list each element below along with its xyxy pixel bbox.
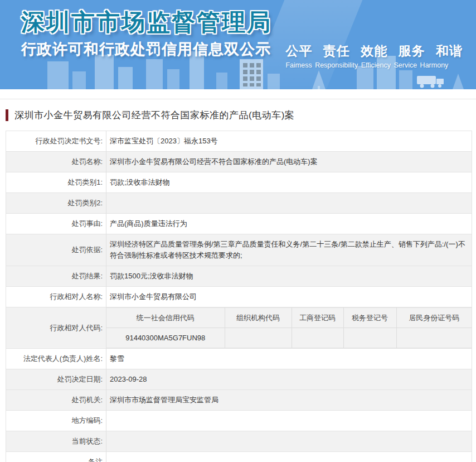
- row-label: 处罚依据:: [6, 234, 106, 266]
- tax-reg-value: [343, 328, 396, 348]
- row-value: 深圳市市场监督管理局宝安监管局: [106, 390, 472, 411]
- business-reg-value: [292, 328, 343, 348]
- credit-code-value: 91440300MA5G7FUN98: [106, 328, 225, 348]
- site-banner: 深圳市市场监督管理局 行政许可和行政处罚信用信息双公示 公平 责任 效能 服务 …: [0, 0, 476, 89]
- row-label: 行政相对人名称:: [6, 287, 106, 307]
- row-label: 处罚结果:: [6, 266, 106, 287]
- row-value: 深圳经济特区产品质量管理条例/第三章产品质量责任和义务/第二十三条/第二款禁止生…: [106, 234, 472, 266]
- row-penalty-authority: 处罚机关: 深圳市市场监督管理局宝安监管局: [6, 390, 472, 411]
- row-decision-number: 行政处罚决定书文号: 深市监宝处罚〔2023〕福永153号: [6, 131, 472, 152]
- row-value: [106, 452, 472, 462]
- row-value: 黎雪: [106, 349, 472, 369]
- col-id-number: 居民身份证号码: [396, 308, 472, 328]
- row-label: 地方编码:: [6, 411, 106, 431]
- row-label: 处罚名称:: [6, 152, 106, 172]
- site-title: 深圳市市场监督管理局: [21, 7, 272, 38]
- row-label: 处罚决定日期:: [6, 369, 106, 390]
- col-business-reg: 工商登记码: [292, 308, 343, 328]
- slogan-english: Faimess Responsibility Efficiency Servic…: [285, 61, 463, 69]
- subtable-header-row: 统一社会信用代码 组织机构代码 工商登记码 税务登记号 居民身份证号码: [106, 308, 472, 328]
- row-label: 处罚类别1:: [6, 172, 106, 193]
- row-penalty-reason: 处罚事由: 产品(商品)质量违法行为: [6, 214, 472, 234]
- row-label: 行政相对人代码:: [6, 307, 106, 349]
- org-code-value: [225, 328, 292, 348]
- row-value: [106, 431, 472, 452]
- party-code-subtable: 统一社会信用代码 组织机构代码 工商登记码 税务登记号 居民身份证号码 9144…: [106, 307, 472, 348]
- row-current-status: 当前状态:: [6, 431, 472, 452]
- title-accent-bar: [6, 109, 8, 121]
- page-title: 深圳市小金牛贸易有限公司经营不符合国家标准的产品(电动车)案: [14, 109, 294, 122]
- banner-slogan: 公平 责任 效能 服务 和谐 Faimess Responsibility Ef…: [285, 42, 463, 69]
- row-label: 当前状态:: [6, 431, 106, 452]
- row-party-name: 行政相对人名称: 深圳市小金牛贸易有限公司: [6, 287, 472, 307]
- row-label: 法定代表人(负责人)姓名:: [6, 349, 106, 369]
- slogan-chinese: 公平 责任 效能 服务 和谐: [285, 42, 463, 60]
- subtable-value-row: 91440300MA5G7FUN98: [106, 328, 472, 348]
- row-label: 处罚事由:: [6, 214, 106, 234]
- col-credit-code: 统一社会信用代码: [106, 308, 225, 328]
- row-value: [106, 411, 472, 431]
- row-label: 处罚类别2:: [6, 193, 106, 214]
- col-org-code: 组织机构代码: [225, 308, 292, 328]
- row-value: [106, 193, 472, 214]
- row-value: 深圳市小金牛贸易有限公司经营不符合国家标准的产品(电动车)案: [106, 152, 472, 172]
- id-number-value: [396, 328, 472, 348]
- row-label: 处罚机关:: [6, 390, 106, 411]
- row-decision-date: 处罚决定日期: 2023-09-28: [6, 369, 472, 390]
- party-codes-cell: 统一社会信用代码 组织机构代码 工商登记码 税务登记号 居民身份证号码 9144…: [106, 307, 472, 349]
- row-value: 深市监宝处罚〔2023〕福永153号: [106, 131, 472, 152]
- case-title-section: 深圳市小金牛贸易有限公司经营不符合国家标准的产品(电动车)案: [0, 99, 476, 129]
- row-value: 产品(商品)质量违法行为: [106, 214, 472, 234]
- row-legal-representative: 法定代表人(负责人)姓名: 黎雪: [6, 349, 472, 369]
- row-value: 深圳市小金牛贸易有限公司: [106, 287, 472, 307]
- site-subtitle: 行政许可和行政处罚信用信息双公示: [21, 39, 271, 59]
- row-penalty-basis: 处罚依据: 深圳经济特区产品质量管理条例/第三章产品质量责任和义务/第二十三条/…: [6, 234, 472, 266]
- row-penalty-category-2: 处罚类别2:: [6, 193, 472, 214]
- row-penalty-name: 处罚名称: 深圳市小金牛贸易有限公司经营不符合国家标准的产品(电动车)案: [6, 152, 472, 172]
- row-party-codes: 行政相对人代码: 统一社会信用代码 组织机构代码 工商登记码 税务登记号 居民身…: [6, 307, 472, 349]
- truck-icon: [417, 76, 444, 88]
- row-penalty-result: 处罚结果: 罚款1500元;没收非法财物: [6, 266, 472, 287]
- row-local-code: 地方编码:: [6, 411, 472, 431]
- row-value: 2023-09-28: [106, 369, 472, 390]
- row-value: 罚款;没收非法财物: [106, 172, 472, 193]
- row-penalty-category-1: 处罚类别1: 罚款;没收非法财物: [6, 172, 472, 193]
- penalty-info-table: 行政处罚决定书文号: 深市监宝处罚〔2023〕福永153号 处罚名称: 深圳市小…: [6, 131, 472, 462]
- row-remarks: 备注: [6, 452, 472, 462]
- col-tax-reg: 税务登记号: [343, 308, 396, 328]
- row-label: 备注: [6, 452, 106, 462]
- row-value: 罚款1500元;没收非法财物: [106, 266, 472, 287]
- row-label: 行政处罚决定书文号:: [6, 131, 106, 152]
- page-root: 深圳市市场监督管理局 行政许可和行政处罚信用信息双公示 公平 责任 效能 服务 …: [0, 0, 476, 462]
